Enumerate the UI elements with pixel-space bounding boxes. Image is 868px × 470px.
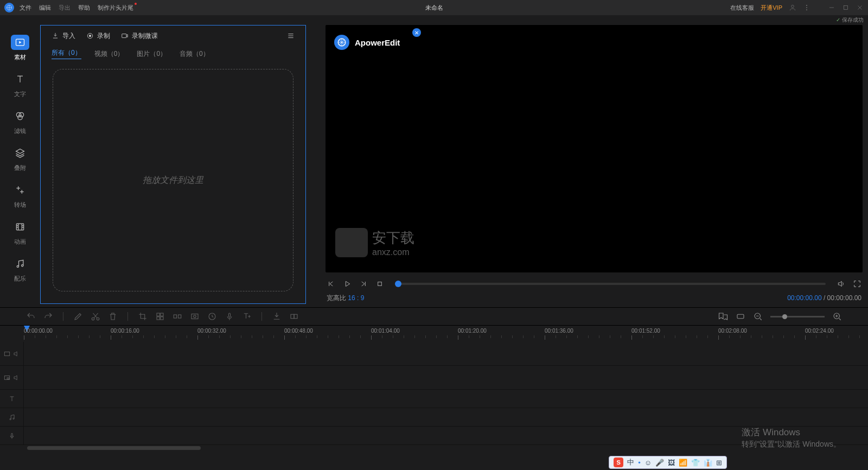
media-filters: 所有（0） 视频（0） 图片（0） 音频（0）	[41, 46, 305, 61]
fullscreen-button[interactable]	[853, 280, 861, 288]
ruler-tick: 00:02:24.00	[805, 328, 834, 334]
sidebar-item-filter[interactable]: 滤镜	[4, 103, 36, 140]
transition-icon	[11, 182, 29, 198]
sidebar-item-transition[interactable]: 转场	[4, 177, 36, 214]
sidebar: 素材 文字 滤镜 叠附 转场 动画 配乐	[0, 25, 40, 307]
filter-audio[interactable]: 音频（0）	[180, 49, 209, 59]
menu-export[interactable]: 导出	[59, 4, 71, 12]
pip-track-icon	[0, 366, 24, 389]
svg-rect-24	[174, 315, 176, 318]
next-frame-button[interactable]	[359, 280, 368, 288]
filter-all[interactable]: 所有（0）	[52, 48, 81, 59]
volume-button[interactable]	[837, 280, 845, 288]
svg-point-9	[18, 115, 22, 119]
ruler-tick: 00:01:36.00	[545, 328, 573, 334]
redo-button[interactable]	[43, 312, 53, 321]
filter-video[interactable]: 视频（0）	[94, 49, 124, 59]
close-button[interactable]	[856, 4, 864, 11]
voiceover-button[interactable]	[225, 312, 234, 321]
sidebar-item-overlay[interactable]: 叠附	[4, 140, 36, 177]
menu-edit[interactable]: 编辑	[39, 4, 51, 12]
ime-toolbar[interactable]: S 中 • ☺ 🎤 🖼 📶 👕 👔 ⊞	[609, 456, 727, 469]
svg-rect-10	[16, 224, 23, 230]
svg-rect-30	[291, 314, 294, 319]
play-button[interactable]	[343, 280, 352, 288]
music-track[interactable]	[0, 408, 868, 427]
svg-rect-20	[157, 313, 159, 316]
sidebar-item-music[interactable]: 配乐	[4, 251, 36, 288]
edit-button[interactable]	[73, 312, 83, 321]
text-to-speech-button[interactable]	[242, 312, 252, 321]
windows-activation-watermark: 激活 Windows 转到"设置"以激活 Windows。	[742, 426, 841, 449]
menu-intro-outro[interactable]: 制作片头片尾	[98, 4, 133, 12]
play-icon	[11, 35, 29, 50]
more-icon[interactable]	[803, 4, 810, 11]
user-icon[interactable]	[789, 4, 796, 11]
media-dropzone[interactable]: 拖放文件到这里	[53, 69, 293, 291]
timeline-ruler[interactable]: 00:00:00.0000:00:16.0000:00:32.0000:00:4…	[0, 326, 868, 342]
progress-slider[interactable]	[395, 283, 826, 285]
sidebar-item-text[interactable]: 文字	[4, 66, 36, 103]
crop-button[interactable]	[138, 312, 148, 321]
ruler-tick: 00:01:20.00	[458, 328, 487, 334]
menu-file[interactable]: 文件	[20, 4, 31, 12]
freeze-button[interactable]	[190, 312, 200, 321]
timeline-toolbar	[0, 307, 868, 326]
svg-rect-17	[378, 282, 382, 286]
list-view-button[interactable]	[287, 32, 295, 40]
pip-track[interactable]	[0, 366, 868, 390]
svg-point-14	[89, 35, 91, 37]
window-title: 未命名	[425, 4, 443, 12]
undo-button[interactable]	[26, 312, 36, 321]
prev-frame-button[interactable]	[327, 280, 335, 288]
svg-rect-32	[737, 314, 744, 319]
music-icon	[11, 256, 29, 271]
split-button[interactable]	[173, 312, 182, 321]
timeline-scrollbar[interactable]	[0, 445, 868, 452]
ruler-tick: 00:00:32.00	[197, 328, 226, 334]
svg-point-38	[9, 418, 10, 420]
film-icon	[11, 219, 29, 234]
sidebar-item-animation[interactable]: 动画	[4, 214, 36, 251]
video-track-icon	[0, 342, 24, 365]
marker-button[interactable]	[718, 312, 728, 321]
close-overlay-button[interactable]: ✕	[412, 28, 421, 37]
delete-button[interactable]	[108, 312, 118, 321]
cut-button[interactable]	[91, 312, 100, 321]
export-clip-button[interactable]	[272, 312, 282, 321]
zoom-out-button[interactable]	[753, 312, 763, 321]
playback-controls	[326, 276, 863, 292]
record-lesson-button[interactable]: 录制微课	[121, 31, 158, 41]
zoom-slider[interactable]	[770, 316, 825, 317]
main-menu: 文件 编辑 导出 帮助 制作片头片尾	[20, 4, 133, 12]
zoom-clip-button[interactable]	[289, 312, 299, 321]
filter-image[interactable]: 图片（0）	[137, 49, 167, 59]
ruler-tick: 00:02:08.00	[718, 328, 747, 334]
svg-rect-22	[157, 317, 159, 320]
menu-help[interactable]: 帮助	[78, 4, 90, 12]
vip-link[interactable]: 开通VIP	[761, 4, 782, 12]
duration-button[interactable]	[207, 312, 217, 321]
voice-track[interactable]	[0, 427, 868, 445]
zoom-in-button[interactable]	[832, 312, 842, 321]
text-icon	[11, 72, 29, 87]
import-button[interactable]: 导入	[52, 31, 75, 41]
svg-rect-31	[294, 314, 297, 319]
minimize-button[interactable]	[828, 4, 835, 11]
stop-button[interactable]	[375, 280, 384, 288]
maximize-button[interactable]	[842, 4, 850, 11]
music-track-icon	[0, 408, 24, 426]
titlebar: 文件 编辑 导出 帮助 制作片头片尾 未命名 在线客服 开通VIP	[0, 0, 868, 15]
video-preview: ApowerEdit ✕ 安下载 anxz.com	[326, 25, 863, 272]
customer-service-link[interactable]: 在线客服	[730, 4, 754, 12]
svg-rect-23	[161, 317, 163, 320]
ruler-tick: 00:00:16.00	[111, 328, 139, 334]
mosaic-button[interactable]	[155, 312, 165, 321]
sidebar-item-media[interactable]: 素材	[4, 29, 36, 66]
text-track[interactable]	[0, 390, 868, 408]
video-track[interactable]	[0, 342, 868, 366]
media-panel: 导入 录制 录制微课 所有（0） 视频（0） 图片（0） 音频（0） 拖放文件到…	[40, 25, 306, 304]
time-display: 00:00:00.00 / 00:00:00.00	[787, 294, 861, 302]
record-button[interactable]: 录制	[86, 31, 110, 41]
fit-button[interactable]	[736, 312, 745, 321]
